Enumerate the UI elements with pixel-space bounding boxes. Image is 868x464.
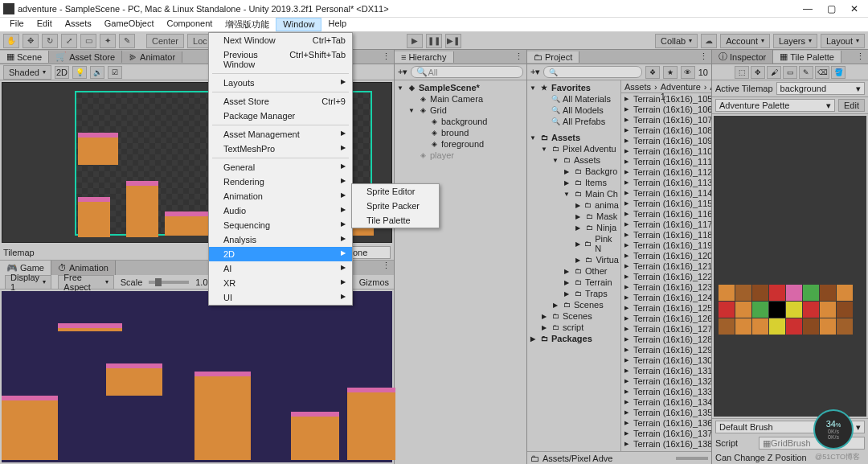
asset-item[interactable]: ▶Terrain (16x16)_111	[621, 156, 711, 166]
menu-item[interactable]: Next WindowCtrl+Tab	[209, 33, 352, 47]
submenu-item[interactable]: Tile Palette	[352, 213, 439, 228]
asset-item[interactable]: ▶Terrain (16x16)_113	[621, 177, 711, 187]
project-folder[interactable]: ▶🗀Pink N	[529, 233, 619, 254]
menu-item[interactable]: XR▶	[209, 276, 352, 290]
asset-item[interactable]: ▶Terrain (16x16)_136	[621, 417, 711, 428]
project-breadcrumb[interactable]: Assets›Pixel Adventure 1›As	[621, 80, 711, 93]
create-dropdown-icon[interactable]: +▾	[398, 67, 407, 77]
hierarchy-item[interactable]: ▼◈SampleScene*	[396, 82, 525, 93]
play-button[interactable]: ▶	[407, 34, 423, 48]
project-folder[interactable]: ▶🗀Other	[529, 265, 619, 277]
asset-item[interactable]: ▶Terrain (16x16)_130	[621, 355, 711, 365]
eraser-tool[interactable]: ⌫	[815, 66, 829, 79]
asset-item[interactable]: ▶Terrain (16x16)_127	[621, 323, 711, 334]
brush-tool[interactable]: 🖌	[767, 66, 781, 79]
minimize-button[interactable]: —	[803, 3, 813, 14]
2d-toggle[interactable]: 2D	[55, 66, 69, 79]
panel-menu-icon[interactable]: ⋮	[514, 51, 523, 62]
asset-item[interactable]: ▶Terrain (16x16)_119	[621, 240, 711, 250]
asset-item[interactable]: ▶Terrain (16x16)_107	[621, 114, 711, 125]
move-tool[interactable]: ✥	[751, 66, 765, 79]
menu-item[interactable]: Analysis▶	[209, 232, 352, 247]
gizmos-dropdown[interactable]: Gizmos	[359, 277, 389, 287]
layout-dropdown[interactable]: Layout	[821, 34, 865, 48]
asset-item[interactable]: ▶Terrain (16x16)_133	[621, 386, 711, 396]
scale-slider[interactable]	[149, 281, 189, 284]
collab-dropdown[interactable]: Collab	[655, 34, 698, 48]
hierarchy-tree[interactable]: ▼◈SampleScene*◈Main Camera▼◈Grid◈backgro…	[395, 80, 526, 464]
tab-scene[interactable]: ▦ Scene	[0, 51, 49, 63]
shading-mode-dropdown[interactable]: Shaded	[3, 65, 51, 80]
custom-tool[interactable]: ✎	[119, 34, 135, 48]
project-asset-list[interactable]: Assets›Pixel Adventure 1›As ▶Terrain (16…	[621, 80, 711, 451]
asset-item[interactable]: ▶Terrain (16x16)_120	[621, 250, 711, 261]
asset-item[interactable]: ▶Terrain (16x16)_134	[621, 396, 711, 407]
hand-tool[interactable]: ✋	[3, 34, 19, 48]
palette-tile-grid[interactable]	[719, 285, 853, 335]
project-folder[interactable]: 🔍All Prefabs	[529, 116, 619, 127]
project-folder[interactable]: ▼🗀Pixel Adventu	[529, 143, 619, 154]
hierarchy-item[interactable]: ◈Main Camera	[396, 93, 525, 105]
project-folder[interactable]: ▶🗀Items	[529, 177, 619, 188]
palette-tile[interactable]	[752, 285, 768, 301]
hierarchy-item[interactable]: ◈background	[396, 116, 525, 127]
palette-tile[interactable]	[803, 318, 819, 335]
asset-item[interactable]: ▶Terrain (16x16)_123	[621, 281, 711, 292]
tab-hierarchy[interactable]: ≡ Hierarchy	[395, 51, 454, 63]
asset-item[interactable]: ▶Terrain (16x16)_125	[621, 302, 711, 313]
palette-tile[interactable]	[769, 285, 785, 301]
asset-item[interactable]: ▶Terrain (16x16)_132	[621, 376, 711, 386]
picker-tool[interactable]: ✎	[799, 66, 813, 79]
asset-item[interactable]: ▶Terrain (16x16)_117	[621, 219, 711, 229]
menu-help[interactable]: Help	[321, 18, 353, 31]
asset-item[interactable]: ▶Terrain (16x16)_108	[621, 125, 711, 135]
asset-item[interactable]: ▶Terrain (16x16)_109	[621, 135, 711, 146]
panel-menu-icon[interactable]: ⋮	[382, 51, 391, 62]
menu-window[interactable]: Window	[276, 18, 321, 31]
menu-item[interactable]: UI▶	[209, 290, 352, 305]
account-dropdown[interactable]: Account	[720, 34, 770, 48]
project-search[interactable]: 🔍	[543, 66, 641, 78]
project-folder[interactable]: ▶🗀Packages	[529, 333, 619, 344]
menu-edit[interactable]: Edit	[31, 18, 59, 31]
layers-dropdown[interactable]: Layers	[773, 34, 817, 48]
palette-tile[interactable]	[786, 302, 802, 318]
palette-tile[interactable]	[735, 318, 751, 335]
asset-item[interactable]: ▶Terrain (16x16)_116	[621, 208, 711, 219]
hierarchy-item[interactable]: ◈player	[396, 150, 525, 161]
asset-item[interactable]: ▶Terrain (16x16)_114	[621, 187, 711, 198]
menu-item[interactable]: General▶	[209, 160, 352, 175]
project-folder[interactable]: 🔍All Materials	[529, 93, 619, 105]
palette-tile[interactable]	[786, 285, 802, 301]
palette-tile[interactable]	[837, 285, 853, 301]
menu-file[interactable]: File	[3, 18, 31, 31]
menu-gameobject[interactable]: GameObject	[98, 18, 161, 31]
palette-tile[interactable]	[752, 318, 768, 335]
select-tool[interactable]: ⬚	[735, 66, 749, 79]
rect-tool[interactable]: ▭	[80, 34, 96, 48]
panel-menu-icon[interactable]: ⋮	[699, 51, 708, 62]
tab-project[interactable]: 🗀 Project	[527, 51, 579, 63]
asset-item[interactable]: ▶Terrain (16x16)_138	[621, 438, 711, 449]
project-folder[interactable]: 🔍All Models	[529, 105, 619, 116]
scale-tool[interactable]: ⤢	[61, 34, 77, 48]
lighting-toggle[interactable]: 💡	[72, 66, 87, 79]
asset-item[interactable]: ▶Terrain (16x16)_129	[621, 344, 711, 355]
asset-item[interactable]: ▶Terrain (16x16)_112	[621, 166, 711, 177]
project-folder[interactable]: ▶🗀Terrain	[529, 277, 619, 288]
aspect-dropdown[interactable]: Free Aspect	[58, 275, 113, 289]
cloud-button[interactable]: ☁	[701, 34, 717, 48]
palette-tile[interactable]	[719, 318, 735, 335]
palette-tile[interactable]	[837, 302, 853, 318]
menu-component[interactable]: Component	[160, 18, 219, 31]
asset-item[interactable]: ▶Terrain (16x16)_124	[621, 292, 711, 302]
tab-tile-palette[interactable]: ▦ Tile Palette	[773, 51, 841, 63]
breadcrumb-segment[interactable]: Assets	[624, 82, 651, 92]
palette-tile[interactable]	[803, 302, 819, 318]
project-folder[interactable]: ▶🗀Scenes	[529, 310, 619, 322]
menu-item[interactable]: Previous WindowCtrl+Shift+Tab	[209, 47, 352, 72]
asset-item[interactable]: ▶Terrain (16x16)_105	[621, 93, 711, 104]
palette-name-dropdown[interactable]: Adventure Palette ▾	[715, 99, 835, 112]
active-tilemap-dropdown[interactable]: background ▾	[776, 82, 865, 95]
project-folder[interactable]: ▶🗀Ninja	[529, 222, 619, 233]
